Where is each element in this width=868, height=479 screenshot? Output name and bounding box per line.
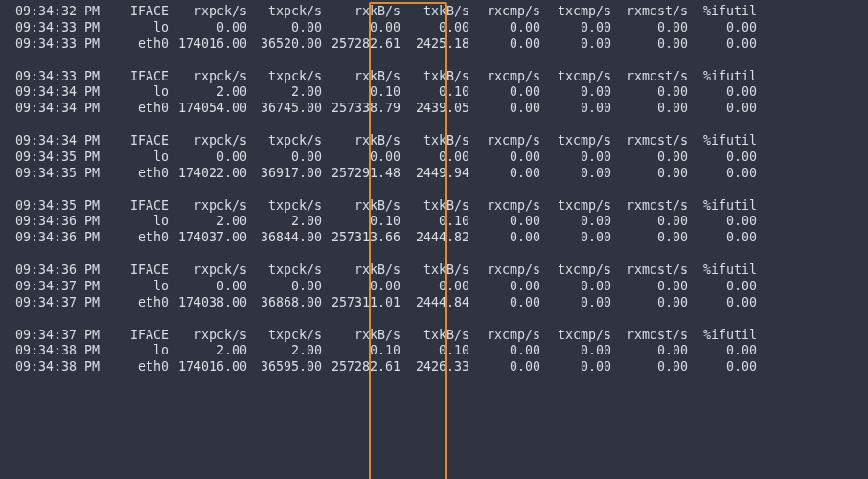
- cell-rxpck: 174054.00: [169, 101, 247, 117]
- cell-time: 09:34:35 PM: [8, 149, 100, 166]
- col-txcmp: txcmp/s: [540, 133, 611, 149]
- col-rxkb: rxkB/s: [322, 262, 400, 279]
- cell-txcmp: 0.00: [540, 230, 611, 246]
- cell-rxkb: 0.10: [322, 214, 400, 230]
- cell-iface: lo: [100, 343, 169, 359]
- cell-iface: lo: [100, 84, 169, 101]
- cell-txpck: 2.00: [247, 343, 322, 359]
- cell-txpck: 0.00: [247, 20, 322, 36]
- cell-iface: eth0: [100, 101, 169, 117]
- cell-rxcmp: 0.00: [469, 230, 540, 246]
- header-row: 09:34:33 PMIFACErxpck/stxpck/srxkB/stxkB…: [8, 69, 860, 85]
- cell-rxkb: 257282.61: [322, 36, 400, 53]
- cell-txpck: 36595.00: [247, 359, 322, 376]
- col-rxcmp: rxcmp/s: [469, 133, 540, 149]
- stat-block: 09:34:37 PMIFACErxpck/stxpck/srxkB/stxkB…: [8, 328, 860, 376]
- cell-txpck: 0.00: [247, 279, 322, 295]
- cell-txpck: 2.00: [247, 84, 322, 101]
- cell-iface: lo: [100, 214, 169, 230]
- cell-rxkb: 0.10: [322, 84, 400, 101]
- stat-block: 09:34:32 PMIFACErxpck/stxpck/srxkB/stxkB…: [8, 4, 860, 53]
- col-rxcmp: rxcmp/s: [469, 262, 540, 279]
- cell-rxcmp: 0.00: [469, 149, 540, 166]
- cell-txcmp: 0.00: [540, 295, 611, 311]
- cell-rxpck: 174016.00: [169, 359, 247, 376]
- col-rxkb: rxkB/s: [322, 133, 400, 149]
- col-txcmp: txcmp/s: [540, 69, 611, 85]
- col-txcmp: txcmp/s: [540, 328, 611, 344]
- cell-txpck: 36745.00: [247, 101, 322, 117]
- data-row: 09:34:37 PMlo0.000.000.000.000.000.000.0…: [8, 279, 860, 295]
- col-rxpck: rxpck/s: [169, 262, 247, 279]
- col-rxkb: rxkB/s: [322, 69, 400, 85]
- data-row: 09:34:36 PMeth0174037.0036844.00257313.6…: [8, 230, 860, 246]
- cell-txkb: 0.10: [400, 84, 469, 101]
- data-row: 09:34:34 PMlo2.002.000.100.100.000.000.0…: [8, 84, 860, 101]
- cell-ifutil: 0.00: [688, 36, 757, 53]
- cell-time: 09:34:36 PM: [8, 230, 100, 246]
- cell-txcmp: 0.00: [540, 84, 611, 101]
- col-rxmcst: rxmcst/s: [611, 262, 688, 279]
- cell-time: 09:34:34 PM: [8, 84, 100, 101]
- cell-rxmcst: 0.00: [611, 36, 688, 53]
- cell-txkb: 0.00: [400, 20, 469, 36]
- cell-iface: lo: [100, 279, 169, 295]
- cell-rxkb: 257313.66: [322, 230, 400, 246]
- cell-txcmp: 0.00: [540, 279, 611, 295]
- cell-rxmcst: 0.00: [611, 343, 688, 359]
- cell-txcmp: 0.00: [540, 166, 611, 182]
- col-ifutil: %ifutil: [688, 198, 757, 215]
- cell-time: 09:34:34 PM: [8, 101, 100, 117]
- data-row: 09:34:38 PMlo2.002.000.100.100.000.000.0…: [8, 343, 860, 359]
- col-rxcmp: rxcmp/s: [469, 328, 540, 344]
- cell-time: 09:34:37 PM: [8, 279, 100, 295]
- col-ifutil: %ifutil: [688, 133, 757, 149]
- col-rxcmp: rxcmp/s: [469, 69, 540, 85]
- data-row: 09:34:38 PMeth0174016.0036595.00257282.6…: [8, 359, 860, 376]
- cell-rxmcst: 0.00: [611, 166, 688, 182]
- col-iface: IFACE: [100, 328, 169, 344]
- cell-txcmp: 0.00: [540, 149, 611, 166]
- col-ifutil: %ifutil: [688, 262, 757, 279]
- cell-iface: lo: [100, 149, 169, 166]
- col-txkb: txkB/s: [400, 133, 469, 149]
- col-txpck: txpck/s: [247, 328, 322, 344]
- terminal-output: 09:34:32 PMIFACErxpck/stxpck/srxkB/stxkB…: [0, 0, 868, 376]
- data-row: 09:34:35 PMeth0174022.0036917.00257291.4…: [8, 166, 860, 182]
- header-row: 09:34:36 PMIFACErxpck/stxpck/srxkB/stxkB…: [8, 262, 860, 279]
- cell-rxpck: 174016.00: [169, 36, 247, 53]
- cell-txkb: 0.10: [400, 214, 469, 230]
- stat-block: 09:34:35 PMIFACErxpck/stxpck/srxkB/stxkB…: [8, 198, 860, 247]
- cell-txcmp: 0.00: [540, 343, 611, 359]
- col-txpck: txpck/s: [247, 198, 322, 215]
- col-time: 09:34:34 PM: [8, 133, 100, 149]
- cell-rxcmp: 0.00: [469, 20, 540, 36]
- cell-rxmcst: 0.00: [611, 84, 688, 101]
- stat-block: 09:34:33 PMIFACErxpck/stxpck/srxkB/stxkB…: [8, 69, 860, 118]
- cell-txpck: 0.00: [247, 149, 322, 166]
- cell-time: 09:34:36 PM: [8, 214, 100, 230]
- cell-rxpck: 2.00: [169, 214, 247, 230]
- col-txpck: txpck/s: [247, 262, 322, 279]
- cell-time: 09:34:38 PM: [8, 343, 100, 359]
- cell-ifutil: 0.00: [688, 230, 757, 246]
- cell-txkb: 2449.94: [400, 166, 469, 182]
- col-ifutil: %ifutil: [688, 69, 757, 85]
- data-row: 09:34:33 PMeth0174016.0036520.00257282.6…: [8, 36, 860, 53]
- cell-rxpck: 2.00: [169, 343, 247, 359]
- cell-ifutil: 0.00: [688, 84, 757, 101]
- col-txcmp: txcmp/s: [540, 198, 611, 215]
- cell-txcmp: 0.00: [540, 20, 611, 36]
- cell-rxpck: 174037.00: [169, 230, 247, 246]
- cell-rxkb: 257282.61: [322, 359, 400, 376]
- cell-rxcmp: 0.00: [469, 166, 540, 182]
- data-row: 09:34:36 PMlo2.002.000.100.100.000.000.0…: [8, 214, 860, 230]
- header-row: 09:34:35 PMIFACErxpck/stxpck/srxkB/stxkB…: [8, 198, 860, 215]
- cell-iface: eth0: [100, 359, 169, 376]
- cell-ifutil: 0.00: [688, 101, 757, 117]
- cell-txpck: 36868.00: [247, 295, 322, 311]
- stat-block: 09:34:36 PMIFACErxpck/stxpck/srxkB/stxkB…: [8, 262, 860, 311]
- cell-ifutil: 0.00: [688, 149, 757, 166]
- cell-time: 09:34:33 PM: [8, 20, 100, 36]
- cell-time: 09:34:33 PM: [8, 36, 100, 53]
